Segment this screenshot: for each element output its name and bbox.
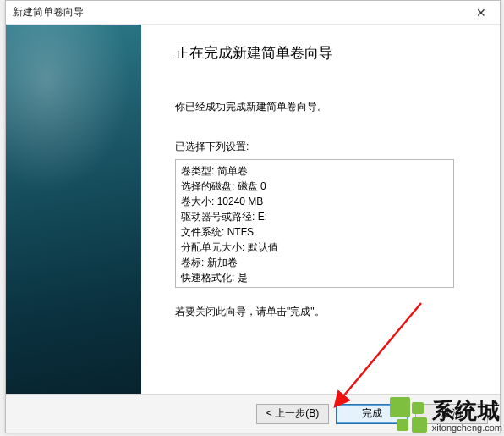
list-item: 分配单元大小: 默认值 [181, 240, 448, 255]
finish-button[interactable]: 完成 [336, 404, 408, 424]
close-hint: 若要关闭此向导，请单击"完成"。 [175, 305, 474, 319]
titlebar: 新建简单卷向导 ✕ [6, 1, 500, 25]
wizard-footer: < 上一步(B) 完成 取消 [6, 394, 500, 433]
back-button[interactable]: < 上一步(B) [256, 404, 329, 424]
wizard-content: 正在完成新建简单卷向导 你已经成功完成新建简单卷向导。 已选择下列设置: 卷类型… [141, 25, 500, 394]
cancel-button[interactable]: 取消 [415, 404, 488, 424]
wizard-window: 新建简单卷向导 ✕ 正在完成新建简单卷向导 你已经成功完成新建简单卷向导。 已选… [5, 0, 501, 433]
list-item: 卷类型: 简单卷 [181, 163, 448, 179]
list-item: 选择的磁盘: 磁盘 0 [181, 179, 448, 194]
wizard-body: 正在完成新建简单卷向导 你已经成功完成新建简单卷向导。 已选择下列设置: 卷类型… [6, 25, 500, 394]
wizard-sidebar-graphic [6, 25, 141, 394]
window-title: 新建简单卷向导 [13, 5, 463, 19]
close-button[interactable]: ✕ [463, 1, 500, 25]
list-item: 驱动器号或路径: E: [181, 209, 448, 224]
list-item: 卷标: 新加卷 [181, 255, 448, 270]
settings-label: 已选择下列设置: [175, 140, 474, 154]
list-item: 文件系统: NTFS [181, 224, 448, 240]
intro-text: 你已经成功完成新建简单卷向导。 [175, 100, 474, 114]
settings-listbox[interactable]: 卷类型: 简单卷 选择的磁盘: 磁盘 0 卷大小: 10240 MB 驱动器号或… [175, 159, 454, 288]
list-item: 卷大小: 10240 MB [181, 194, 448, 209]
page-heading: 正在完成新建简单卷向导 [175, 43, 474, 63]
close-icon: ✕ [476, 6, 486, 19]
list-item: 快速格式化: 是 [181, 270, 448, 285]
